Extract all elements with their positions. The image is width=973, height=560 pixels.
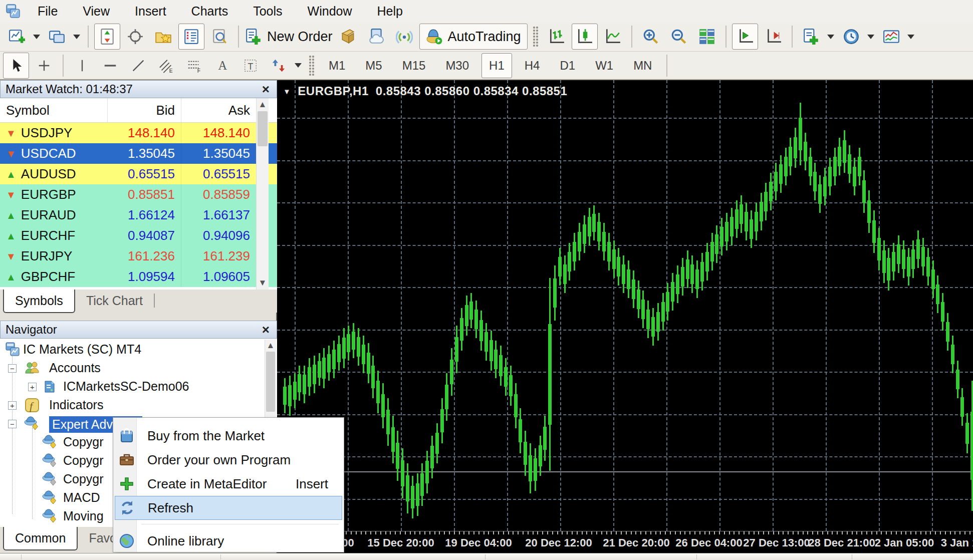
menu-tools[interactable]: Tools bbox=[240, 1, 295, 22]
market-watch-row[interactable]: ▼EURGBP0.858510.85859 bbox=[0, 184, 277, 205]
market-watch-scrollbar[interactable]: ▲ ▼ bbox=[256, 98, 269, 290]
scroll-up-icon[interactable]: ▲ bbox=[265, 341, 276, 351]
toolbar-drag-handle[interactable] bbox=[533, 26, 539, 47]
text-button[interactable]: A bbox=[209, 53, 235, 79]
chart-collapse-icon[interactable]: ▼ bbox=[283, 87, 291, 96]
scroll-down-icon[interactable]: ▼ bbox=[257, 278, 269, 288]
auto-scroll-button[interactable] bbox=[732, 24, 758, 50]
timeframe-m30[interactable]: M30 bbox=[438, 53, 476, 78]
market-watch-row[interactable]: ▼USDJPY148.140148.140 bbox=[0, 123, 277, 143]
candle-body bbox=[931, 269, 935, 289]
favorites-button[interactable] bbox=[150, 24, 176, 50]
signals-button[interactable] bbox=[391, 24, 417, 50]
timeframe-h4[interactable]: H4 bbox=[517, 53, 548, 78]
templates-dropdown-icon[interactable] bbox=[907, 35, 914, 39]
new-order-button[interactable]: New Order bbox=[245, 24, 333, 50]
fibonacci-button[interactable]: F bbox=[181, 53, 207, 79]
market-watch-close-icon[interactable]: × bbox=[260, 83, 272, 96]
menu-item-online-library[interactable]: Online library bbox=[115, 529, 342, 553]
new-chart-button[interactable] bbox=[4, 24, 30, 50]
profiles-dropdown-icon[interactable] bbox=[73, 35, 80, 39]
tile-windows-button[interactable] bbox=[694, 24, 720, 50]
tab-common[interactable]: Common bbox=[3, 527, 78, 550]
profiles-button[interactable] bbox=[44, 24, 70, 50]
periods-dropdown-icon[interactable] bbox=[867, 35, 874, 39]
market-watch-row[interactable]: ▲EURCHF0.940870.94096 bbox=[0, 225, 277, 246]
arrows-dropdown-icon[interactable] bbox=[295, 63, 302, 68]
terminal-button[interactable] bbox=[206, 24, 232, 50]
chart-line-button[interactable] bbox=[600, 24, 626, 50]
market-watch-row[interactable]: ▲EURAUD1.661241.66137 bbox=[0, 205, 277, 225]
autotrading-button[interactable]: AutoTrading bbox=[419, 24, 528, 50]
candle-body bbox=[715, 234, 718, 254]
timeframe-d1[interactable]: D1 bbox=[552, 53, 583, 78]
horizontal-line-button[interactable] bbox=[97, 53, 123, 79]
market-watch-row[interactable]: ▼EURJPY161.236161.239 bbox=[0, 246, 277, 266]
menu-item-order-your-own-program[interactable]: Order your own Program bbox=[115, 448, 342, 472]
menu-item-create-in-metaeditor[interactable]: Create in MetaEditorInsert bbox=[115, 472, 342, 496]
indicators-list-button[interactable] bbox=[798, 24, 824, 50]
menu-item-refresh[interactable]: Refresh bbox=[115, 496, 342, 520]
timeframe-m1[interactable]: M1 bbox=[321, 53, 353, 78]
vertical-line-button[interactable] bbox=[69, 53, 95, 79]
tab-tick-chart[interactable]: Tick Chart bbox=[75, 290, 154, 312]
menu-help[interactable]: Help bbox=[365, 1, 415, 22]
collapse-icon[interactable]: − bbox=[8, 420, 17, 428]
menu-view[interactable]: View bbox=[70, 1, 122, 22]
data-window-button[interactable] bbox=[122, 24, 148, 50]
equidistant-channel-button[interactable]: E bbox=[153, 53, 179, 79]
market-watch-titlebar[interactable]: Market Watch: 01:48:37 × bbox=[0, 80, 277, 98]
market-watch-row[interactable]: ▲AUDUSD0.655150.65515 bbox=[0, 164, 277, 184]
expand-icon[interactable]: + bbox=[28, 383, 37, 391]
chart-area[interactable]: ▼ EURGBP,H1 0.85843 0.85860 0.85834 0.85… bbox=[277, 80, 973, 553]
zoom-out-button[interactable] bbox=[666, 24, 692, 50]
column-ask[interactable]: Ask bbox=[181, 98, 256, 122]
candle-body bbox=[490, 340, 493, 361]
navigator-toggle-button[interactable] bbox=[178, 24, 204, 50]
timeframe-m15[interactable]: M15 bbox=[395, 53, 433, 78]
cursor-button[interactable] bbox=[3, 53, 29, 79]
text-label-button[interactable]: T bbox=[237, 53, 264, 79]
menu-item-buy-from-the-market[interactable]: Buy from the Market bbox=[115, 424, 342, 448]
tab-symbols[interactable]: Symbols bbox=[3, 290, 75, 313]
expand-icon[interactable]: + bbox=[8, 401, 17, 410]
scroll-up-icon[interactable]: ▲ bbox=[257, 100, 269, 110]
candle-body bbox=[818, 184, 822, 204]
market-watch-row[interactable]: ▲GBPCHF1.095941.09605 bbox=[0, 266, 277, 287]
menu-window[interactable]: Window bbox=[295, 1, 365, 22]
market-watch-row[interactable]: ▼USDCAD1.350451.35045 bbox=[0, 143, 277, 164]
periods-icon bbox=[843, 28, 860, 45]
navigator-close-icon[interactable]: × bbox=[260, 323, 272, 336]
candle-body bbox=[764, 192, 768, 211]
new-chart-dropdown-icon[interactable] bbox=[33, 35, 40, 39]
toolbar-drag-handle[interactable] bbox=[309, 55, 315, 76]
timeframe-mn[interactable]: MN bbox=[626, 53, 659, 78]
menu-file[interactable]: File bbox=[25, 1, 70, 22]
arrows-button[interactable] bbox=[266, 53, 292, 79]
column-symbol[interactable]: Symbol bbox=[0, 98, 108, 122]
mql5-cloud-button[interactable] bbox=[363, 24, 389, 50]
timeframe-w1[interactable]: W1 bbox=[588, 53, 621, 78]
collapse-icon[interactable]: − bbox=[8, 364, 17, 373]
market-watch-toggle-button[interactable] bbox=[94, 24, 120, 50]
trendline-button[interactable] bbox=[125, 53, 151, 79]
chart-candlesticks-button[interactable] bbox=[572, 24, 598, 50]
ask-price: 1.66137 bbox=[181, 205, 256, 225]
candle-body bbox=[730, 217, 734, 236]
navigator-titlebar[interactable]: Navigator × bbox=[0, 321, 277, 339]
chart-shift-button[interactable] bbox=[760, 24, 786, 50]
periods-button[interactable] bbox=[838, 24, 864, 50]
menu-insert[interactable]: Insert bbox=[122, 1, 179, 22]
candle-body bbox=[892, 252, 895, 271]
timeframe-h1[interactable]: H1 bbox=[481, 53, 512, 78]
chart-bars-button[interactable] bbox=[544, 24, 570, 50]
indicators-list-dropdown-icon[interactable] bbox=[827, 35, 834, 39]
column-bid[interactable]: Bid bbox=[108, 98, 181, 122]
candle-body bbox=[332, 350, 336, 369]
menu-charts[interactable]: Charts bbox=[179, 1, 241, 22]
zoom-in-button[interactable] bbox=[638, 24, 664, 50]
crosshair-button[interactable] bbox=[31, 53, 57, 79]
templates-button[interactable] bbox=[878, 24, 904, 50]
history-wallet-button[interactable] bbox=[335, 24, 361, 50]
timeframe-m5[interactable]: M5 bbox=[358, 53, 389, 78]
